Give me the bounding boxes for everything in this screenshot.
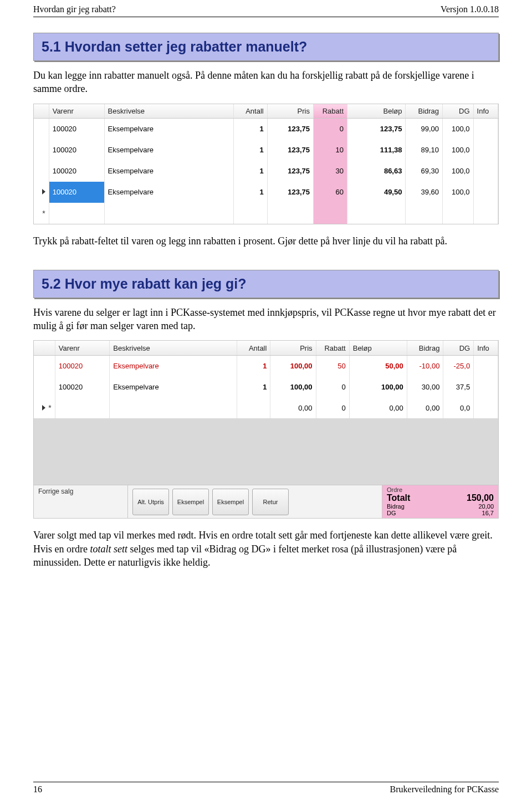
grid1-col-info[interactable]: Info bbox=[473, 104, 498, 119]
totalt-value: 150,00 bbox=[467, 493, 494, 503]
alt-utpris-button[interactable]: Alt. Utpris bbox=[132, 489, 169, 515]
cell-info[interactable] bbox=[474, 397, 498, 418]
cell-pris[interactable]: 0,00 bbox=[270, 397, 316, 418]
cell-bidrag[interactable]: 39,60 bbox=[406, 182, 443, 203]
ordre-title: Ordre bbox=[387, 486, 494, 493]
grid1-col-pris[interactable]: Pris bbox=[267, 104, 313, 119]
cell-antall[interactable]: 1 bbox=[233, 182, 267, 203]
cell-belop[interactable]: 86,63 bbox=[347, 161, 406, 182]
cell-varenr[interactable]: 100020 bbox=[49, 140, 104, 161]
grid1-row[interactable]: 100020Eksempelvare1123,7510111,3889,1010… bbox=[34, 140, 498, 161]
cell-antall[interactable]: 1 bbox=[237, 376, 270, 397]
grid1-col-rabatt[interactable]: Rabatt bbox=[313, 104, 347, 119]
cell-rabatt[interactable]: 10 bbox=[313, 140, 347, 161]
order-bottom-bar: Forrige salg Alt. Utpris Eksempel Eksemp… bbox=[34, 485, 498, 518]
grid2-row[interactable]: *0,0000,000,000,0 bbox=[34, 397, 498, 418]
grid1-row[interactable]: 100020Eksempelvare1123,750123,7599,00100… bbox=[34, 119, 498, 140]
cell-pris[interactable]: 123,75 bbox=[267, 182, 313, 203]
cell-bidrag[interactable]: 30,00 bbox=[407, 376, 443, 397]
grid1-col-belop[interactable]: Beløp bbox=[347, 104, 406, 119]
cell-bidrag[interactable]: 89,10 bbox=[406, 140, 443, 161]
cell-antall[interactable] bbox=[237, 397, 270, 418]
cell-pris[interactable]: 123,75 bbox=[267, 119, 313, 140]
cell-antall[interactable]: 1 bbox=[233, 161, 267, 182]
grid2-col-rabatt[interactable]: Rabatt bbox=[316, 341, 349, 355]
cell-dg[interactable]: 0,0 bbox=[443, 397, 474, 418]
discount-grid-1: Varenr Beskrivelse Antall Pris Rabatt Be… bbox=[33, 104, 499, 224]
grid2-col-bidrag[interactable]: Bidrag bbox=[407, 341, 443, 355]
cell-rabatt[interactable]: 0 bbox=[316, 397, 349, 418]
grid1-col-bidrag[interactable]: Bidrag bbox=[406, 104, 443, 119]
cell-pris[interactable]: 100,00 bbox=[270, 355, 316, 376]
retur-button[interactable]: Retur bbox=[252, 489, 289, 515]
cell-dg[interactable]: -25,0 bbox=[443, 355, 474, 376]
cell-beskrivelse[interactable]: Eksempelvare bbox=[110, 376, 237, 397]
cell-varenr[interactable]: 100020 bbox=[49, 161, 104, 182]
grid2-col-pris[interactable]: Pris bbox=[270, 341, 316, 355]
cell-varenr[interactable]: 100020 bbox=[55, 355, 110, 376]
cell-belop[interactable]: 111,38 bbox=[347, 140, 406, 161]
cell-pris[interactable]: 123,75 bbox=[267, 161, 313, 182]
cell-bidrag[interactable]: -10,00 bbox=[407, 355, 443, 376]
cell-info[interactable] bbox=[473, 119, 498, 140]
cell-rabatt[interactable]: 0 bbox=[316, 376, 349, 397]
grid1-row[interactable]: 100020Eksempelvare1123,756049,5039,60100… bbox=[34, 182, 498, 203]
cell-rabatt[interactable]: 30 bbox=[313, 161, 347, 182]
cell-info[interactable] bbox=[473, 140, 498, 161]
cell-bidrag[interactable]: 99,00 bbox=[406, 119, 443, 140]
cell-dg[interactable]: 37,5 bbox=[443, 376, 474, 397]
cell-belop[interactable]: 49,50 bbox=[347, 182, 406, 203]
grid2-col-info[interactable]: Info bbox=[474, 341, 498, 355]
cell-beskrivelse[interactable]: Eksempelvare bbox=[110, 355, 237, 376]
cell-varenr[interactable]: 100020 bbox=[55, 376, 110, 397]
cell-dg[interactable]: 100,0 bbox=[443, 161, 474, 182]
cell-beskrivelse[interactable]: Eksempelvare bbox=[104, 161, 233, 182]
cell-antall[interactable]: 1 bbox=[233, 140, 267, 161]
grid1-row[interactable]: 100020Eksempelvare1123,753086,6369,30100… bbox=[34, 161, 498, 182]
cell-info[interactable] bbox=[473, 182, 498, 203]
cell-varenr[interactable]: 100020 bbox=[49, 182, 104, 203]
grid2-col-dg[interactable]: DG bbox=[443, 341, 474, 355]
grid2-col-beskrivelse[interactable]: Beskrivelse bbox=[110, 341, 237, 355]
grid2-col-marker bbox=[34, 341, 55, 355]
cell-pris[interactable]: 123,75 bbox=[267, 140, 313, 161]
grid1-col-dg[interactable]: DG bbox=[443, 104, 474, 119]
grid2-col-varenr[interactable]: Varenr bbox=[55, 341, 110, 355]
cell-beskrivelse[interactable] bbox=[110, 397, 237, 418]
cell-info[interactable] bbox=[474, 376, 498, 397]
cell-antall[interactable]: 1 bbox=[233, 119, 267, 140]
cell-rabatt[interactable]: 60 bbox=[313, 182, 347, 203]
cell-info[interactable] bbox=[473, 161, 498, 182]
grid2-col-antall[interactable]: Antall bbox=[237, 341, 270, 355]
cell-antall[interactable]: 1 bbox=[237, 355, 270, 376]
grid1-col-varenr[interactable]: Varenr bbox=[49, 104, 104, 119]
cell-dg[interactable]: 100,0 bbox=[443, 182, 474, 203]
cell-dg[interactable]: 100,0 bbox=[443, 140, 474, 161]
bidrag-value: 20,00 bbox=[467, 503, 494, 510]
cell-belop[interactable]: 123,75 bbox=[347, 119, 406, 140]
grid2-row[interactable]: 100020Eksempelvare1100,000100,0030,0037,… bbox=[34, 376, 498, 397]
cell-beskrivelse[interactable]: Eksempelvare bbox=[104, 182, 233, 203]
cell-beskrivelse[interactable]: Eksempelvare bbox=[104, 119, 233, 140]
eksempel-button-1[interactable]: Eksempel bbox=[172, 489, 209, 515]
cell-pris[interactable]: 100,00 bbox=[270, 376, 316, 397]
cell-bidrag[interactable]: 0,00 bbox=[407, 397, 443, 418]
cell-rabatt[interactable]: 50 bbox=[316, 355, 349, 376]
grid2-row[interactable]: 100020Eksempelvare1100,005050,00-10,00-2… bbox=[34, 355, 498, 376]
cell-info[interactable] bbox=[474, 355, 498, 376]
cell-belop[interactable]: 50,00 bbox=[349, 355, 407, 376]
eksempel-button-2[interactable]: Eksempel bbox=[212, 489, 249, 515]
order-totals-panel: Ordre Totalt 150,00 Bidrag 20,00 DG 16,7 bbox=[382, 485, 498, 518]
cell-rabatt[interactable]: 0 bbox=[313, 119, 347, 140]
cell-belop[interactable]: 0,00 bbox=[349, 397, 407, 418]
cell-belop[interactable]: 100,00 bbox=[349, 376, 407, 397]
cell-bidrag[interactable]: 69,30 bbox=[406, 161, 443, 182]
grid1-new-row[interactable]: * bbox=[34, 203, 498, 224]
grid1-col-beskrivelse[interactable]: Beskrivelse bbox=[104, 104, 233, 119]
cell-beskrivelse[interactable]: Eksempelvare bbox=[104, 140, 233, 161]
cell-dg[interactable]: 100,0 bbox=[443, 119, 474, 140]
cell-varenr[interactable]: 100020 bbox=[49, 119, 104, 140]
grid2-col-belop[interactable]: Beløp bbox=[349, 341, 407, 355]
grid1-col-antall[interactable]: Antall bbox=[233, 104, 267, 119]
cell-varenr[interactable] bbox=[55, 397, 110, 418]
